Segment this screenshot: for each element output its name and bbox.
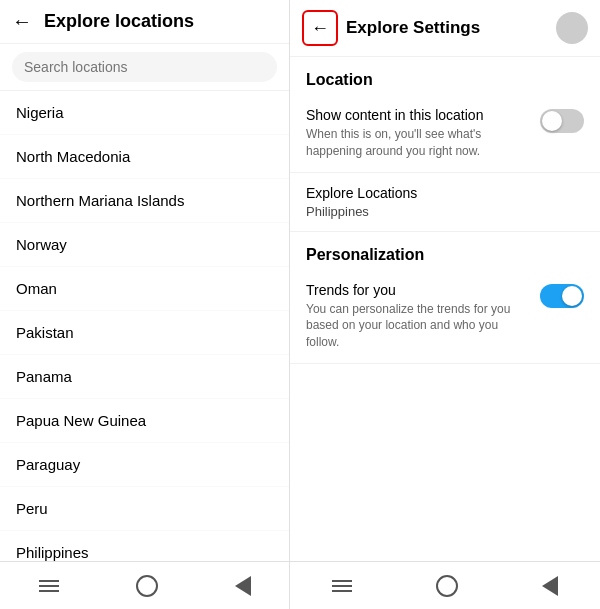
list-item[interactable]: Norway <box>0 223 289 267</box>
list-item[interactable]: Nigeria <box>0 91 289 135</box>
toggle-show_content[interactable] <box>540 109 584 133</box>
right-nav-back-icon[interactable] <box>542 576 558 596</box>
setting-item-trends_for_you: Trends for youYou can personalize the tr… <box>290 270 600 364</box>
list-item[interactable]: North Macedonia <box>0 135 289 179</box>
list-item[interactable]: Paraguay <box>0 443 289 487</box>
left-nav-menu-icon[interactable] <box>39 580 59 592</box>
right-back-button[interactable]: ← <box>302 10 338 46</box>
setting-item-show_content: Show content in this locationWhen this i… <box>290 95 600 173</box>
section-header-location: Location <box>290 57 600 95</box>
right-back-arrow-icon: ← <box>311 18 329 39</box>
right-nav-menu-icon[interactable] <box>332 580 352 592</box>
list-item[interactable]: Peru <box>0 487 289 531</box>
left-panel-title: Explore locations <box>44 11 194 32</box>
left-nav-back-icon[interactable] <box>235 576 251 596</box>
list-item[interactable]: Oman <box>0 267 289 311</box>
toggle-trends_for_you[interactable] <box>540 284 584 308</box>
list-item[interactable]: Philippines <box>0 531 289 561</box>
list-item[interactable]: Panama <box>0 355 289 399</box>
list-item[interactable]: Pakistan <box>0 311 289 355</box>
setting-description-trends_for_you: You can personalize the trends for you b… <box>306 301 532 351</box>
setting-value-explore_locations: Philippines <box>306 204 584 219</box>
search-input[interactable] <box>12 52 277 82</box>
setting-label-show_content: Show content in this location <box>306 107 532 123</box>
location-list: NigeriaNorth MacedoniaNorthern Mariana I… <box>0 91 289 561</box>
right-panel-title: Explore Settings <box>346 18 480 38</box>
right-nav-bar <box>290 561 600 609</box>
search-bar <box>0 44 289 91</box>
left-header: ← Explore locations <box>0 0 289 44</box>
setting-label-trends_for_you: Trends for you <box>306 282 532 298</box>
left-nav-bar <box>0 561 289 609</box>
right-content: LocationShow content in this locationWhe… <box>290 57 600 561</box>
right-header: ← Explore Settings <box>290 0 600 57</box>
left-back-button[interactable]: ← <box>12 10 32 33</box>
setting-item-explore_locations: Explore LocationsPhilippines <box>290 173 600 232</box>
left-nav-home-icon[interactable] <box>136 575 158 597</box>
right-panel: ← Explore Settings LocationShow content … <box>290 0 600 609</box>
section-header-personalization: Personalization <box>290 232 600 270</box>
setting-description-show_content: When this is on, you'll see what's happe… <box>306 126 532 160</box>
setting-label-explore_locations: Explore Locations <box>306 185 584 201</box>
right-nav-home-icon[interactable] <box>436 575 458 597</box>
list-item[interactable]: Northern Mariana Islands <box>0 179 289 223</box>
list-item[interactable]: Papua New Guinea <box>0 399 289 443</box>
avatar <box>556 12 588 44</box>
left-panel: ← Explore locations NigeriaNorth Macedon… <box>0 0 290 609</box>
